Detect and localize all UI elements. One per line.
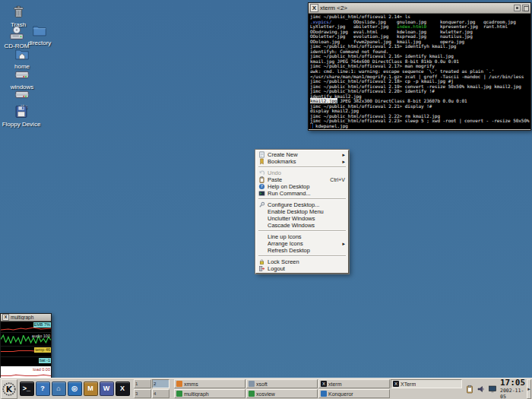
desktop-icon-floppy[interactable]: Floppy Device: [0, 103, 43, 128]
help-icon: ?: [258, 183, 265, 190]
no-icon: [258, 233, 265, 240]
menu-item-bookmarks[interactable]: Bookmarks▸: [257, 158, 347, 165]
taskbar-button-multigraph[interactable]: multigraph: [174, 389, 245, 398]
multigraph-body: EMB 7%audio 100temp 46bat -1load 0.00: [1, 321, 51, 379]
clock-date: 2002-11-05: [500, 388, 525, 399]
menu-item-label: Run Command...: [268, 190, 345, 197]
taskbar-button-label: Konqueror: [328, 391, 353, 397]
display-icon[interactable]: [488, 385, 497, 394]
menu-item-line-up-icons[interactable]: Line up Icons: [257, 233, 347, 240]
menu-item-create-new[interactable]: Create New▸: [257, 151, 347, 158]
xterm-window: X xterm <2> jimc ~/public_html/officeval…: [308, 2, 531, 131]
xterm-icon: X: [321, 381, 327, 387]
multigraph-row-load-0-00: load 0.00: [1, 366, 51, 378]
desktop-icon-label: Floppy Device: [0, 121, 43, 128]
kword-icon: W: [100, 382, 114, 396]
terminal-output[interactable]: jimc ~/public_html/officeval 2.14> ls.xv…: [309, 14, 530, 129]
menu-item-logout[interactable]: Logout: [257, 265, 347, 272]
taskbar-button-label: xmms: [184, 382, 198, 387]
menu-separator: [258, 198, 346, 200]
harddrive-icon: [5, 86, 39, 103]
xterm-titlebar[interactable]: X xterm <2>: [309, 3, 530, 14]
taskbar-button-xmms[interactable]: xmms: [174, 379, 245, 388]
konsole-launcher-button[interactable]: >_: [19, 380, 34, 398]
multigraph-row-temp-46: temp 46: [1, 347, 51, 357]
taskbar-button-xterm[interactable]: XXTerm: [391, 379, 462, 388]
menu-separator: [258, 230, 346, 232]
menu-item-label: Refresh Desktop: [268, 247, 345, 254]
taskbar-button-label: xterm: [328, 382, 342, 387]
menu-item-label: Configure Desktop...: [268, 201, 345, 208]
menu-item-paste[interactable]: PasteCtrl+V: [257, 176, 347, 183]
home-icon: ⌂: [52, 382, 66, 396]
multigraph-label: load 0.00: [32, 367, 51, 372]
taskbar-button-xterm[interactable]: Xxterm: [318, 379, 390, 388]
multigraph-row-audio-100: audio 100: [1, 333, 51, 347]
pager-desktop-1[interactable]: 1: [134, 379, 151, 388]
menu-item-unclutter-windows[interactable]: Unclutter Windows: [257, 215, 347, 222]
konqueror-icon: ◎: [68, 382, 82, 396]
run-icon: [258, 190, 265, 197]
configure-icon: [258, 201, 265, 208]
no-icon: [258, 240, 265, 247]
svg-text:?: ?: [261, 184, 263, 188]
k-menu-button[interactable]: K: [1, 379, 17, 399]
taskbar-button-label: xosview: [256, 391, 275, 397]
menu-item-label: Undo: [268, 169, 345, 176]
kmix-icon[interactable]: [477, 385, 486, 394]
floppy-icon: [0, 103, 43, 120]
pager-desktop-2[interactable]: 2: [152, 379, 169, 388]
no-icon: [258, 247, 265, 254]
menu-item-label: Bookmarks: [268, 158, 340, 165]
submenu-arrow-icon: ▸: [342, 159, 345, 165]
desktop-context-menu: Create New▸Bookmarks▸UndoPasteCtrl+V?Hel…: [255, 150, 349, 274]
multigraph-row-emb-7: EMB 7%: [1, 321, 51, 333]
menu-item-label: Create New: [268, 151, 340, 158]
help-launcher-button[interactable]: ?: [35, 380, 50, 398]
taskbar-row: multigraphxosviewKonqueror: [174, 389, 462, 398]
app-icon: [249, 381, 255, 387]
menu-item-help-on-desktop[interactable]: ?Help on Desktop: [257, 183, 347, 190]
multigraph-titlebar[interactable]: X multigraph: [1, 314, 51, 321]
klipper-icon[interactable]: [465, 385, 474, 394]
menu-separator: [258, 166, 346, 168]
taskbar-button-label: multigraph: [184, 391, 209, 397]
lock-icon: [258, 258, 265, 265]
submenu-arrow-icon: ▸: [342, 241, 345, 247]
desktop-icon-directory[interactable]: directory: [23, 22, 56, 46]
panel-hide-button[interactable]: ▸: [527, 379, 531, 399]
pager-desktop-4[interactable]: 4: [152, 389, 169, 398]
menu-item-configure-desktop[interactable]: Configure Desktop...: [257, 201, 347, 208]
xterm-launcher-button[interactable]: X: [115, 380, 130, 398]
desktop: TrashCD-ROMdirectoryhomewindowsntfsFlopp…: [0, 0, 532, 399]
konqueror-icon: [321, 391, 327, 397]
paste-icon: [258, 176, 265, 183]
no-icon: [258, 215, 265, 222]
maximize-button[interactable]: [522, 5, 529, 11]
x-logo-icon: X: [2, 314, 9, 321]
x-logo-icon: X: [310, 4, 318, 12]
taskbar-button-xsoft[interactable]: xsoft: [246, 379, 318, 388]
konqueror-launcher-button[interactable]: ◎: [67, 380, 82, 398]
graph-icon: [249, 391, 255, 397]
panel-clock[interactable]: 17:05 2002-11-05: [500, 378, 525, 399]
taskbar-button-label: xsoft: [256, 382, 268, 387]
menu-item-refresh-desktop[interactable]: Refresh Desktop: [257, 247, 347, 254]
menu-item-enable-desktop-menu[interactable]: Enable Desktop Menu: [257, 208, 347, 215]
menu-item-arrange-icons[interactable]: Arrange Icons▸: [257, 240, 347, 247]
harddrive-icon: [5, 66, 39, 83]
menu-item-undo: Undo: [257, 169, 347, 176]
taskbar-button-konqueror[interactable]: Konqueror: [318, 389, 390, 398]
logout-icon: [258, 265, 265, 272]
kmail-launcher-button[interactable]: M: [83, 380, 98, 398]
taskbar-button-xosview[interactable]: xosview: [246, 389, 318, 398]
pager-desktop-3[interactable]: 3: [134, 389, 151, 398]
iconify-button[interactable]: [514, 5, 521, 11]
menu-item-run-command[interactable]: Run Command...: [257, 190, 347, 197]
multigraph-label: bat -1: [39, 358, 51, 363]
menu-item-cascade-windows[interactable]: Cascade Windows: [257, 222, 347, 229]
multigraph-label: EMB 7%: [33, 322, 51, 328]
kword-launcher-button[interactable]: W: [99, 380, 114, 398]
menu-item-lock-screen[interactable]: Lock Screen: [257, 258, 347, 265]
home-launcher-button[interactable]: ⌂: [51, 380, 66, 398]
